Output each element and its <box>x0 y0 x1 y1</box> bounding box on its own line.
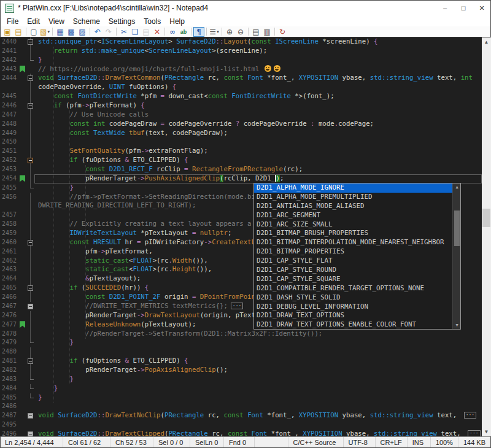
status-column[interactable]: Col 61 / 62 <box>63 437 110 448</box>
code-text[interactable]: //pRenderTarget->SetTransform(D2D1::Matr… <box>34 330 482 339</box>
fold-margin[interactable] <box>26 147 34 156</box>
maximize-button[interactable]: □ <box>454 0 473 16</box>
fold-margin[interactable] <box>26 257 34 266</box>
editor-scrollbar[interactable]: ▲ ▼ <box>482 37 491 436</box>
line-number[interactable]: 2465 <box>0 284 18 293</box>
code-line[interactable]: 2452 if (fuOptions & ETO_CLIPPED) { <box>0 156 482 165</box>
code-line[interactable]: 2454 pRenderTarget->PushAxisAlignedClip(… <box>0 174 482 183</box>
bookmark-margin[interactable] <box>18 375 26 384</box>
line-number[interactable]: 2481 <box>0 357 18 366</box>
fold-margin[interactable] <box>26 165 34 174</box>
code-text[interactable] <box>34 420 482 430</box>
dropdown-caret-icon[interactable]: ▾ <box>47 27 50 37</box>
fold-margin[interactable] <box>26 293 34 302</box>
code-line[interactable]: 2486 <box>0 402 482 411</box>
code-line[interactable]: 2487void SurfaceD2D::DrawTextNoClip(PRec… <box>0 411 482 420</box>
line-number[interactable]: 2487 <box>0 411 18 420</box>
fold-ellipsis-icon[interactable]: ··· <box>468 430 480 436</box>
new-file-icon[interactable]: ▢ <box>28 27 39 37</box>
fold-margin[interactable] <box>26 402 34 411</box>
bookmark-margin[interactable] <box>18 101 26 110</box>
status-eol[interactable]: CR+LF <box>376 437 408 448</box>
autocomplete-item[interactable]: D2D1_BITMAP_INTERPOLATION_MODE_NEAREST_N… <box>254 238 452 247</box>
line-number[interactable]: 2466 <box>0 293 18 302</box>
fold-margin[interactable] <box>26 330 34 339</box>
close-button[interactable]: ✕ <box>473 0 491 16</box>
bookmark-margin[interactable] <box>18 411 26 420</box>
bookmark-margin[interactable] <box>18 56 26 65</box>
line-number[interactable]: 2458 <box>0 220 18 229</box>
code-line[interactable]: 2443// https://unicode.org/emoji/charts/… <box>0 65 482 74</box>
code-line[interactable]: 2445 const FontDirectWrite *pfm = down_c… <box>0 92 482 101</box>
bookmark-margin[interactable] <box>18 384 26 393</box>
fold-margin[interactable] <box>26 393 34 403</box>
bookmark-margin[interactable] <box>18 229 26 238</box>
line-number[interactable]: 2452 <box>0 156 18 165</box>
fold-margin[interactable] <box>26 320 34 330</box>
code-line[interactable]: 2447 // Use Unicode calls <box>0 110 482 120</box>
code-text[interactable] <box>34 402 482 411</box>
zoom-in-icon[interactable]: ⊕ <box>224 27 235 37</box>
bookmark-margin[interactable] <box>18 284 26 293</box>
autocomplete-item[interactable]: D2D1_DRAW_TEXT_OPTIONS_ENABLE_COLOR_FONT <box>254 320 452 329</box>
bookmark-margin[interactable] <box>18 92 26 101</box>
fold-marker-icon[interactable] <box>28 431 33 436</box>
fold-margin[interactable] <box>26 92 34 101</box>
fold-marker-icon[interactable] <box>28 158 33 163</box>
fold-margin[interactable] <box>26 411 34 420</box>
scroll-down-icon[interactable]: ▼ <box>453 322 461 329</box>
code-line[interactable]: 2448 const int codePageDraw = codePageOv… <box>0 120 482 129</box>
line-number[interactable]: 2462 <box>0 257 18 266</box>
bookmark-margin[interactable] <box>18 37 26 47</box>
open-file-icon[interactable]: ▧▾ <box>39 27 50 37</box>
fold-margin[interactable] <box>26 238 34 247</box>
code-line[interactable]: 2495 <box>0 420 482 430</box>
fold-margin[interactable] <box>26 274 34 284</box>
autocomplete-item[interactable]: D2D1_ARC_SIZE_SMALL <box>254 220 452 230</box>
fold-marker-icon[interactable] <box>28 413 33 419</box>
menu-settings[interactable]: Settings <box>104 16 139 26</box>
zoom-out-icon[interactable]: ⊖ <box>235 27 246 37</box>
bookmark-margin[interactable] <box>18 430 26 436</box>
code-text[interactable]: const TextWide tbuf(text, codePageDraw); <box>34 129 482 138</box>
bookmark-margin[interactable] <box>18 147 26 156</box>
line-number[interactable]: 2442 <box>0 56 18 65</box>
fold-margin[interactable] <box>26 65 34 74</box>
menu-help[interactable]: Help <box>165 16 189 26</box>
line-number[interactable]: 2463 <box>0 265 18 274</box>
code-text[interactable] <box>34 137 482 147</box>
fold-margin[interactable] <box>26 311 34 320</box>
line-number[interactable]: 2460 <box>0 238 18 247</box>
fold-marker-icon[interactable] <box>28 39 33 45</box>
code-line[interactable]: 2446 if (pfm->pTextFormat) { <box>0 101 482 110</box>
copy-icon[interactable]: ❏ <box>130 27 141 37</box>
fold-margin[interactable] <box>26 37 34 47</box>
code-line[interactable]: 2450 <box>0 137 482 147</box>
code-text[interactable]: } <box>34 338 482 347</box>
autocomplete-item[interactable]: D2D1_BITMAP_BRUSH_PROPERTIES <box>254 229 452 238</box>
code-line[interactable]: 2481 if (fuOptions & ETO_CLIPPED) { <box>0 357 482 366</box>
line-number[interactable]: 2483 <box>0 375 18 384</box>
code-text[interactable]: // https://unicode.org/emoji/charts/full… <box>34 65 482 74</box>
fold-marker-icon[interactable] <box>28 358 33 364</box>
status-zoom[interactable]: 100% <box>431 437 458 448</box>
fold-margin[interactable] <box>26 110 34 120</box>
code-line[interactable]: 2485} <box>0 393 482 403</box>
fold-margin[interactable] <box>26 247 34 257</box>
fold-ellipsis-icon[interactable]: ··· <box>464 412 476 419</box>
code-text[interactable]: SetFontQuality(pfm->extraFontFlag); <box>34 147 482 156</box>
bookmark-margin[interactable] <box>18 366 26 375</box>
fold-margin[interactable] <box>26 56 34 65</box>
bookmark-margin[interactable] <box>18 174 26 183</box>
line-number[interactable]: 2450 <box>0 137 18 147</box>
code-text[interactable]: } <box>34 375 482 384</box>
bookmark-margin[interactable] <box>18 293 26 302</box>
autocomplete-item[interactable]: D2D1_DRAW_TEXT_OPTIONS <box>254 311 452 320</box>
redo-icon[interactable]: ↷ <box>103 27 114 37</box>
delete-icon[interactable]: ✕ <box>152 27 163 37</box>
fold-margin[interactable] <box>26 375 34 384</box>
bookmark-margin[interactable] <box>18 210 26 220</box>
view-doc-icon[interactable]: ▥ <box>261 27 273 37</box>
bookmark-margin[interactable] <box>18 120 26 129</box>
line-number[interactable]: 2448 <box>0 120 18 129</box>
